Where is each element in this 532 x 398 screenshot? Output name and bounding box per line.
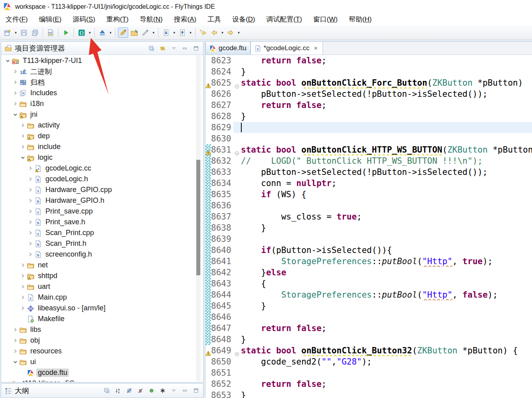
- code-text[interactable]: if (WS) {: [241, 189, 532, 200]
- code-text[interactable]: pButton->setSelected(!pButton->isSelecte…: [241, 167, 532, 178]
- maximize-button[interactable]: [192, 44, 200, 53]
- expander-icon[interactable]: [20, 283, 26, 290]
- code-line[interactable]: 8631static bool onButtonClick_HTTP_WS_BU…: [205, 144, 532, 155]
- code-line[interactable]: 8651: [205, 367, 532, 378]
- expander-icon[interactable]: [20, 273, 26, 279]
- tree-item[interactable]: i18n: [1, 98, 194, 109]
- external-tools-button[interactable]: [140, 27, 151, 38]
- expander-icon[interactable]: [27, 186, 34, 193]
- prev-annotation-button[interactable]: [177, 27, 188, 38]
- expander-icon[interactable]: [27, 219, 34, 225]
- code-line[interactable]: 8643 {: [205, 278, 532, 289]
- tree-item[interactable]: cgcodeLogic.cc: [1, 163, 194, 174]
- code-line[interactable]: 8624}: [205, 66, 532, 77]
- expander-icon[interactable]: [27, 176, 34, 182]
- code-line[interactable]: 8648}: [205, 334, 532, 345]
- expander-icon[interactable]: [27, 208, 34, 215]
- menu-搜索[interactable]: 搜索(A): [168, 14, 202, 25]
- tree-item[interactable]: net: [1, 260, 194, 271]
- tree-item[interactable]: ui: [1, 357, 194, 367]
- menu-帮助[interactable]: 帮助(H): [343, 14, 377, 25]
- fold-marker[interactable]: [233, 345, 241, 356]
- tree-item[interactable]: libeasyui.so - [arm/le]: [1, 303, 194, 314]
- minimize-button[interactable]: [180, 386, 189, 395]
- tree-item[interactable]: activity: [1, 120, 194, 131]
- tree-item[interactable]: uart: [1, 281, 194, 292]
- fold-marker[interactable]: [233, 77, 241, 88]
- expander-icon[interactable]: [20, 133, 26, 139]
- expander-icon[interactable]: [27, 197, 34, 204]
- code-line[interactable]: 8625static bool onButtonClick_Forc_Butto…: [205, 77, 532, 88]
- code-line[interactable]: 8641 StoragePreferences::putBool("Http",…: [205, 256, 532, 267]
- expander-icon[interactable]: [12, 348, 19, 355]
- forward-dropdown[interactable]: ▾: [236, 27, 241, 38]
- code-line[interactable]: 8639: [205, 233, 532, 245]
- expander-icon[interactable]: [27, 229, 34, 236]
- collapse-all-button[interactable]: [147, 44, 156, 53]
- tree-item[interactable]: dep: [1, 131, 194, 141]
- expander-icon[interactable]: [27, 251, 34, 258]
- show-public-button[interactable]: [147, 386, 156, 395]
- last-edit-location-button[interactable]: [198, 27, 208, 38]
- code-text[interactable]: }: [241, 300, 532, 312]
- menu-工具[interactable]: 工具: [202, 14, 227, 25]
- code-text[interactable]: [241, 200, 532, 211]
- generate-code-dropdown[interactable]: ▾: [87, 27, 92, 38]
- code-text[interactable]: return false;: [241, 378, 532, 390]
- expander-icon[interactable]: [12, 100, 19, 107]
- expander-icon[interactable]: [12, 68, 19, 75]
- code-line[interactable]: 8636: [205, 200, 532, 211]
- forward-button[interactable]: [225, 27, 236, 38]
- code-text[interactable]: return false;: [241, 55, 532, 66]
- run-button[interactable]: [61, 27, 71, 38]
- expander-icon[interactable]: [12, 337, 19, 344]
- hide-fields-button[interactable]: [125, 386, 133, 395]
- code-text[interactable]: }: [241, 222, 532, 233]
- menu-导航[interactable]: 导航(N): [134, 14, 168, 25]
- view-menu-button[interactable]: [169, 386, 178, 395]
- code-line[interactable]: 8650 gcode_send2("","G28");: [205, 356, 532, 367]
- tree-item[interactable]: hScan_Print.h: [1, 238, 194, 249]
- tree-item[interactable]: resources: [1, 346, 194, 357]
- link-with-editor-button[interactable]: [158, 44, 167, 53]
- code-text[interactable]: [241, 367, 532, 378]
- minimize-button[interactable]: [180, 44, 189, 53]
- format-brush-button[interactable]: [118, 27, 128, 38]
- tree-item[interactable]: Makefile: [1, 314, 194, 324]
- code-line[interactable]: 8629: [205, 122, 532, 133]
- expander-icon[interactable]: [20, 294, 26, 301]
- expander-icon[interactable]: [20, 122, 26, 129]
- menu-编辑[interactable]: 编辑(E): [33, 14, 67, 25]
- code-text[interactable]: [241, 312, 532, 323]
- code-text[interactable]: // LOGD(" ButtonClick HTTP_WS_BUTTON !!!…: [241, 155, 532, 167]
- menu-调试配置[interactable]: 调试配置(T): [261, 14, 308, 25]
- tree-item[interactable]: gcode.ftu: [1, 367, 194, 378]
- tree-item[interactable]: shttpd: [1, 271, 194, 281]
- code-line[interactable]: 8632// LOGD(" ButtonClick HTTP_WS_BUTTON…: [205, 155, 532, 167]
- code-line[interactable]: 8646: [205, 312, 532, 323]
- menu-文件[interactable]: 文件(F): [0, 14, 33, 25]
- fold-marker[interactable]: [233, 144, 241, 155]
- tree-item[interactable]: logic: [1, 152, 194, 163]
- tree-item[interactable]: obj: [1, 335, 194, 346]
- code-text[interactable]: StoragePreferences::putBool("Http", fals…: [241, 289, 532, 300]
- code-text[interactable]: return false;: [241, 100, 532, 111]
- expander-icon[interactable]: [12, 359, 19, 365]
- external-tools-dropdown[interactable]: ▾: [151, 27, 156, 38]
- expander-icon[interactable]: [20, 143, 26, 150]
- code-text[interactable]: return false;: [241, 323, 532, 334]
- code-text[interactable]: static bool onButtonClick_HTTP_WS_BUTTON…: [241, 144, 532, 155]
- code-line[interactable]: 8644 StoragePreferences::putBool("Http",…: [205, 289, 532, 300]
- tree-item[interactable]: 归档: [1, 77, 194, 88]
- code-line[interactable]: 8634 conn = nullptr;: [205, 178, 532, 189]
- expander-icon[interactable]: [27, 240, 34, 247]
- tree-item[interactable]: libs: [1, 324, 194, 335]
- code-line[interactable]: 8627 return false;: [205, 100, 532, 111]
- code-line[interactable]: 8630: [205, 133, 532, 144]
- tree-item[interactable]: Cxt113-klipper...5G: [1, 378, 194, 382]
- back-button[interactable]: [209, 27, 219, 38]
- code-text[interactable]: [241, 122, 532, 133]
- expander-icon[interactable]: [12, 90, 19, 96]
- code-line[interactable]: 8645 }: [205, 300, 532, 312]
- code-line[interactable]: 8626 pButton->setSelected(!pButton->isSe…: [205, 88, 532, 100]
